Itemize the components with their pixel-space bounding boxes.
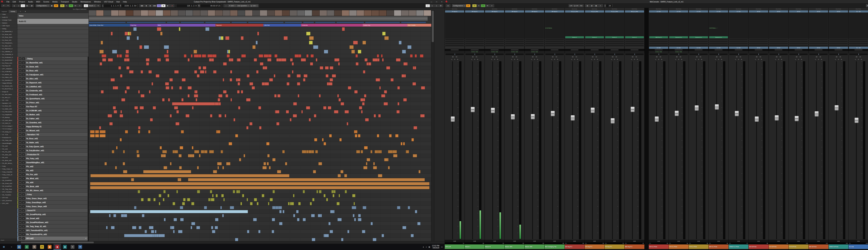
audio-event[interactable]: [393, 154, 397, 157]
audio-event[interactable]: [218, 166, 219, 169]
audio-event[interactable]: [312, 198, 314, 201]
track-solo-button[interactable]: s: [22, 117, 25, 120]
track-row-extra[interactable]: [18, 30, 89, 34]
direct-routing-chip[interactable]: 5.1 Out: [669, 47, 688, 49]
audio-event[interactable]: [249, 122, 252, 125]
channel-name-label[interactable]: VO Grp 5.1: [585, 245, 604, 249]
range-tool-icon[interactable]: ▯: [17, 4, 21, 7]
audio-event[interactable]: [386, 66, 390, 69]
audio-event[interactable]: [141, 94, 145, 97]
visibility-item[interactable]: ✓Pfx_Birds_st04: [0, 159, 17, 162]
audio-event[interactable]: [363, 206, 366, 209]
audio-event[interactable]: [267, 162, 269, 165]
channel-write-button[interactable]: W: [536, 58, 539, 60]
pan-control[interactable]: [505, 54, 524, 55]
audio-event[interactable]: [270, 198, 273, 201]
record-button[interactable]: ●: [170, 4, 174, 7]
audio-event[interactable]: [379, 150, 380, 153]
audio-event[interactable]: [163, 198, 164, 201]
track-mute-button[interactable]: m: [19, 89, 22, 92]
audio-event[interactable]: [406, 150, 409, 153]
audio-event[interactable]: [99, 50, 104, 54]
channel-mute-button[interactable]: M: [855, 56, 858, 58]
track-row[interactable]: msSFX_TransitionEFXs_m01: [18, 228, 89, 232]
channel-edit-button[interactable]: e: [734, 58, 737, 60]
audio-event[interactable]: [191, 222, 195, 225]
track-mute-button[interactable]: m: [19, 229, 22, 232]
audio-event[interactable]: [264, 162, 266, 165]
audio-event[interactable]: [384, 90, 387, 93]
channel-read-button[interactable]: R: [633, 58, 636, 60]
fader-handle[interactable]: [795, 116, 799, 121]
track-solo-button[interactable]: s: [22, 73, 25, 76]
channel-mute-button[interactable]: M: [471, 56, 474, 58]
direct-routing-chip[interactable]: 5.1 Out: [649, 47, 668, 49]
audio-event[interactable]: [262, 166, 267, 169]
audio-event[interactable]: [241, 90, 243, 93]
track-solo-button[interactable]: s: [22, 129, 25, 132]
channel-write-button[interactable]: W: [680, 58, 683, 60]
channel-write-button[interactable]: W: [456, 58, 459, 60]
audio-event[interactable]: [348, 86, 351, 89]
audio-event[interactable]: [208, 54, 212, 58]
mixer-channel-strip[interactable]: ROUTING5.1 OutDownmix 5.xx5.1 OutMSeRW0.…: [689, 8, 709, 250]
audio-event[interactable]: [338, 218, 342, 221]
audio-event[interactable]: [260, 62, 264, 65]
visibility-item[interactable]: ✓APT_4'MikEM'd: [0, 67, 17, 70]
audio-event[interactable]: [144, 45, 149, 49]
audio-event[interactable]: [159, 58, 161, 61]
audio-event[interactable]: [148, 130, 150, 133]
channel-read-button[interactable]: R: [757, 58, 760, 60]
menu-help[interactable]: Help: [121, 1, 128, 3]
audio-event[interactable]: [150, 118, 153, 121]
channel-write-button[interactable]: W: [700, 58, 703, 60]
channel-edit-button[interactable]: e: [451, 58, 453, 60]
channel-name-label[interactable]: DX 5.1 Print: [649, 245, 669, 249]
audio-event[interactable]: [230, 78, 232, 82]
audio-event[interactable]: [299, 54, 301, 58]
audio-event[interactable]: [184, 54, 186, 58]
audio-event[interactable]: [223, 62, 227, 65]
object-select-tool-icon[interactable]: ▲: [12, 4, 16, 7]
track-mute-button[interactable]: m: [19, 157, 22, 160]
mute-all-button[interactable]: M: [60, 4, 64, 7]
track-solo-button[interactable]: s: [22, 105, 25, 108]
cycle-button[interactable]: ↻: [157, 4, 161, 7]
track-row[interactable]: msDx_Grandma_m01: [18, 121, 89, 125]
track-row[interactable]: msFoley: [18, 192, 89, 196]
track-row-extra[interactable]: [18, 48, 89, 52]
audio-event[interactable]: [126, 86, 130, 89]
audio-event[interactable]: [174, 70, 179, 73]
audio-event[interactable]: [234, 118, 235, 121]
audio-event[interactable]: [269, 166, 271, 169]
send-slot[interactable]: [485, 39, 504, 40]
track-row[interactable]: msNarration / VO: [18, 133, 89, 137]
audio-event[interactable]: [353, 202, 355, 205]
pan-control[interactable]: [649, 54, 668, 55]
audio-event[interactable]: [106, 226, 107, 229]
visibility-item[interactable]: ✓DX_Rose_Work: [0, 36, 17, 39]
vertical-scrollbar[interactable]: [431, 10, 434, 241]
insert-plugin-chip[interactable]: Neutron 2: [565, 36, 584, 38]
visibility-item[interactable]: ✓Sfx_GrowlPitch: [0, 179, 17, 182]
audio-event[interactable]: [313, 170, 316, 173]
channel-read-button[interactable]: R: [837, 58, 840, 60]
menu-transport[interactable]: Transport: [59, 1, 70, 3]
channel-read-button[interactable]: R: [777, 58, 780, 60]
audio-event[interactable]: [120, 114, 123, 117]
audio-event[interactable]: [303, 218, 306, 221]
channel-mute-button[interactable]: M: [755, 56, 758, 58]
audio-event[interactable]: [354, 218, 356, 221]
audio-event[interactable]: [366, 162, 368, 165]
audio-event[interactable]: [401, 142, 402, 145]
audio-event[interactable]: [100, 130, 105, 133]
audio-event[interactable]: [212, 194, 214, 197]
audio-event[interactable]: [353, 214, 354, 217]
channel-write-button[interactable]: W: [576, 58, 579, 60]
audio-event[interactable]: [407, 45, 412, 49]
visibility-item[interactable]: ✓Dx_MasterDial_t: [0, 30, 17, 33]
marker-event[interactable]: [248, 22, 284, 23]
audio-event[interactable]: [181, 130, 184, 133]
audio-event[interactable]: [378, 174, 382, 177]
audio-event[interactable]: [167, 50, 168, 54]
